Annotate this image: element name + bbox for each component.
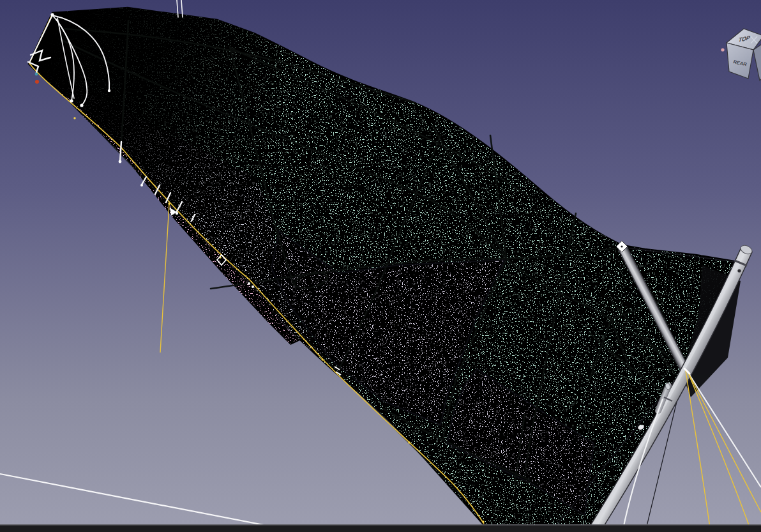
nav-cube-corner-dot[interactable] [721, 48, 724, 51]
bow-light-red [35, 80, 39, 84]
scene-canvas[interactable]: TOP REAR [0, 0, 761, 532]
status-bar [0, 524, 761, 532]
bow-light-teal [35, 73, 38, 76]
mast-knob [737, 269, 741, 272]
3d-viewport[interactable]: TOP REAR [0, 0, 761, 532]
